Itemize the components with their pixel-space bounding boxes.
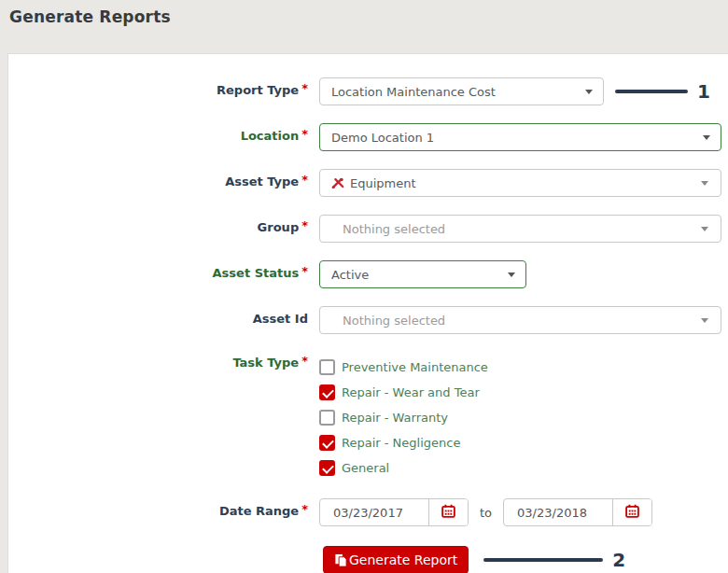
annotation-2: 2 bbox=[483, 549, 625, 571]
asset-status-label: Asset Status* bbox=[8, 260, 308, 280]
group-label: Group* bbox=[8, 215, 308, 234]
selected-value: Demo Location 1 bbox=[331, 131, 434, 145]
caret-down-icon bbox=[701, 181, 708, 186]
form-row-location: Location* Demo Location 1 bbox=[8, 123, 728, 151]
form-row-date-range: Date Range* 03/23/2017 bbox=[8, 498, 728, 526]
page-header: Generate Reports bbox=[0, 0, 728, 26]
label-text: Asset Id bbox=[253, 312, 308, 326]
form-row-asset-id: Asset Id Nothing selected bbox=[8, 306, 728, 334]
checkbox-label: Repair - Negligence bbox=[342, 436, 460, 450]
location-control: Demo Location 1 bbox=[319, 123, 721, 151]
annotation-number: 1 bbox=[697, 80, 710, 103]
calendar-icon bbox=[625, 504, 639, 522]
start-date-input[interactable]: 03/23/2017 bbox=[320, 499, 428, 525]
asset-type-control: Equipment bbox=[319, 169, 721, 197]
annotation-line bbox=[615, 90, 688, 93]
task-type-option-repair-warranty[interactable]: Repair - Warranty bbox=[319, 405, 488, 430]
selected-value: Location Maintenance Cost bbox=[331, 85, 496, 99]
report-type-label: Report Type* bbox=[8, 77, 308, 97]
checkbox-label: Repair - Warranty bbox=[342, 411, 448, 425]
label-text: Asset Type bbox=[225, 175, 299, 189]
end-date-group: 03/23/2018 bbox=[503, 498, 652, 526]
form-row-asset-type: Asset Type* Equipment bbox=[8, 169, 728, 197]
form-row-submit: Generate Report 2 bbox=[8, 546, 728, 573]
required-asterisk: * bbox=[301, 127, 308, 141]
checkbox-icon[interactable] bbox=[319, 410, 335, 426]
label-text: Report Type bbox=[217, 83, 299, 97]
form-row-group: Group* Nothing selected bbox=[8, 215, 728, 243]
date-range-label: Date Range* bbox=[8, 498, 308, 518]
generate-reports-page: { "page": { "title": "Generate Reports" … bbox=[0, 0, 728, 573]
submit-control: Generate Report 2 bbox=[319, 546, 625, 573]
asset-id-control: Nothing selected bbox=[319, 306, 721, 334]
location-select[interactable]: Demo Location 1 bbox=[319, 123, 721, 151]
asset-id-label: Asset Id bbox=[8, 306, 308, 326]
generate-report-label: Generate Report bbox=[349, 552, 457, 567]
asset-type-select[interactable]: Equipment bbox=[319, 169, 721, 197]
start-date-calendar-button[interactable] bbox=[428, 499, 468, 525]
form-row-asset-status: Asset Status* Active bbox=[8, 260, 728, 288]
report-type-control: Location Maintenance Cost 1 bbox=[319, 77, 710, 105]
end-date-calendar-button[interactable] bbox=[612, 499, 651, 525]
checkbox-label: Preventive Maintenance bbox=[342, 360, 488, 374]
task-type-option-repair-negligence[interactable]: Repair - Negligence bbox=[319, 430, 488, 455]
annotation-1: 1 bbox=[615, 80, 710, 103]
annotation-number: 2 bbox=[612, 549, 625, 571]
label-text: Date Range bbox=[219, 504, 299, 518]
asset-status-select[interactable]: Active bbox=[319, 260, 526, 288]
form-row-task-type: Task Type* Preventive Maintenance Repair… bbox=[8, 352, 728, 481]
required-asterisk: * bbox=[301, 264, 308, 278]
checkbox-icon[interactable] bbox=[319, 359, 335, 375]
date-range-separator: to bbox=[480, 506, 492, 520]
label-text: Location bbox=[241, 129, 300, 143]
required-asterisk: * bbox=[301, 218, 308, 232]
checkbox-icon[interactable] bbox=[319, 460, 335, 476]
caret-down-icon bbox=[585, 90, 593, 94]
task-type-options: Preventive Maintenance Repair - Wear and… bbox=[319, 352, 488, 481]
generate-report-button[interactable]: Generate Report bbox=[323, 546, 469, 573]
submit-label-spacer bbox=[8, 546, 308, 552]
checkbox-icon[interactable] bbox=[319, 435, 335, 451]
task-type-option-preventive-maintenance[interactable]: Preventive Maintenance bbox=[319, 355, 488, 380]
required-asterisk: * bbox=[301, 173, 308, 187]
checkbox-label: General bbox=[342, 461, 389, 475]
placeholder-text: Nothing selected bbox=[331, 314, 445, 328]
form-row-report-type: Report Type* Location Maintenance Cost 1 bbox=[8, 77, 728, 105]
page-title: Generate Reports bbox=[9, 7, 719, 26]
date-range-control: 03/23/2017 to 03/23/2018 bbox=[319, 498, 652, 526]
asset-id-select[interactable]: Nothing selected bbox=[319, 306, 721, 334]
caret-down-icon bbox=[508, 273, 515, 277]
task-type-label: Task Type* bbox=[8, 352, 308, 370]
label-text: Asset Status bbox=[213, 266, 300, 280]
required-asterisk: * bbox=[301, 502, 308, 516]
selected-value: Active bbox=[331, 268, 369, 282]
asset-type-label: Asset Type* bbox=[8, 169, 308, 189]
group-control: Nothing selected bbox=[319, 215, 721, 243]
location-label: Location* bbox=[8, 123, 308, 143]
label-text: Task Type bbox=[232, 356, 299, 370]
tools-icon bbox=[331, 177, 344, 189]
start-date-group: 03/23/2017 bbox=[319, 498, 469, 526]
annotation-line bbox=[483, 558, 603, 562]
task-type-option-repair-wear-and-tear[interactable]: Repair - Wear and Tear bbox=[319, 380, 488, 405]
caret-down-icon bbox=[701, 318, 708, 323]
group-select[interactable]: Nothing selected bbox=[319, 215, 721, 243]
end-date-input[interactable]: 03/23/2018 bbox=[504, 499, 612, 525]
report-file-icon bbox=[334, 553, 347, 567]
report-type-select[interactable]: Location Maintenance Cost bbox=[319, 77, 604, 105]
asset-status-control: Active bbox=[319, 260, 526, 288]
required-asterisk: * bbox=[301, 354, 308, 368]
task-type-option-general[interactable]: General bbox=[319, 455, 488, 481]
checkbox-label: Repair - Wear and Tear bbox=[342, 385, 480, 399]
required-asterisk: * bbox=[301, 81, 308, 95]
calendar-icon bbox=[441, 504, 455, 522]
selected-value: Equipment bbox=[350, 176, 416, 190]
caret-down-icon bbox=[701, 227, 708, 231]
task-type-control: Preventive Maintenance Repair - Wear and… bbox=[319, 352, 488, 481]
caret-down-icon bbox=[703, 135, 710, 140]
checkbox-icon[interactable] bbox=[319, 384, 335, 400]
report-form-card: Report Type* Location Maintenance Cost 1… bbox=[7, 53, 728, 573]
label-text: Group bbox=[258, 220, 300, 234]
placeholder-text: Nothing selected bbox=[331, 222, 445, 236]
